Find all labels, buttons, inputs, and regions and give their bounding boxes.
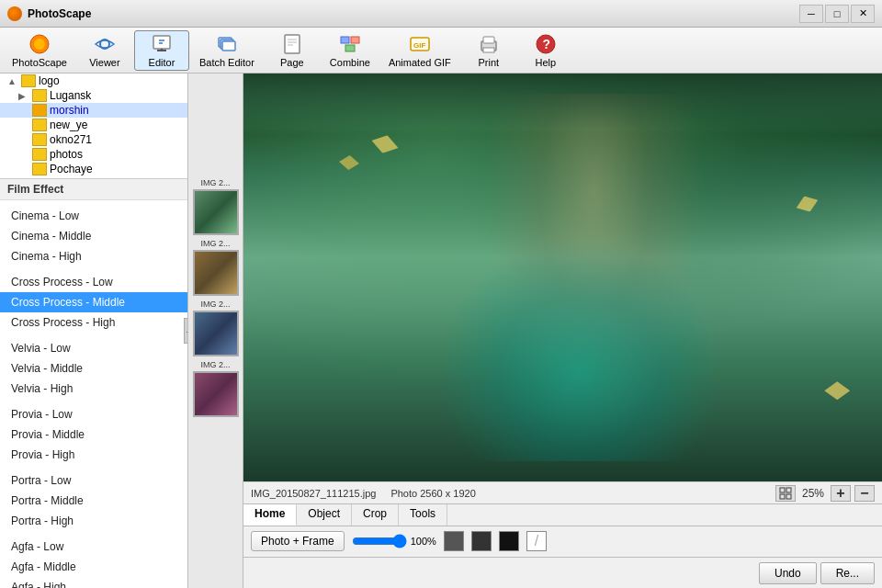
toolbar-gif[interactable]: GIF Animated GIF — [380, 30, 459, 71]
viewer-icon — [94, 33, 116, 55]
close-button[interactable]: ✕ — [851, 5, 875, 23]
effect-cinema-low[interactable]: Cinema - Low — [0, 206, 187, 226]
svg-rect-3 — [153, 36, 170, 49]
svg-rect-12 — [351, 37, 359, 43]
effect-velvia-high[interactable]: Velvia - High — [0, 379, 187, 399]
title-bar: PhotoScape ─ □ ✕ — [0, 0, 882, 28]
minimize-button[interactable]: ─ — [799, 5, 823, 23]
window-controls: ─ □ ✕ — [799, 5, 875, 23]
bottom-actions: Undo Re... — [243, 557, 882, 588]
effect-provia-high[interactable]: Provia - High — [0, 445, 187, 465]
tools-bar: Home Object Crop Tools Photo + Frame 100… — [243, 503, 882, 557]
tree-label-morshin: morshin — [50, 104, 89, 117]
tree-item-morshin[interactable]: ▶ morshin — [0, 103, 187, 118]
tree-item-okno[interactable]: ▶ okno271 — [0, 132, 187, 147]
thumbnail-strip: IMG 2... IMG 2... IMG 2... IMG 2... — [188, 74, 243, 588]
color-swatch-dark2[interactable] — [471, 531, 492, 551]
left-panel: ▲ logo ▶ Lugansk ▶ morshin ▶ new_ye ▶ — [0, 74, 188, 588]
tree-item-pochaye[interactable]: ▶ Pochaye — [0, 162, 187, 176]
toolbar-batch[interactable]: Batch Editor — [191, 30, 263, 71]
batch-icon — [216, 33, 238, 55]
effect-agfa-middle[interactable]: Agfa - Middle — [0, 557, 187, 577]
tools-content: Photo + Frame 100% — [243, 526, 882, 557]
help-icon: ? — [535, 33, 557, 55]
opacity-slider[interactable] — [352, 536, 407, 547]
folder-icon — [32, 163, 47, 175]
effect-velvia-low[interactable]: Velvia - Low — [0, 338, 187, 358]
maximize-button[interactable]: □ — [825, 5, 849, 23]
tree-label-pochaye: Pochaye — [50, 163, 93, 175]
toolbar-editor[interactable]: Editor — [134, 30, 189, 71]
toolbar-help[interactable]: ? Help — [518, 30, 573, 71]
opacity-control: 100% — [352, 536, 436, 547]
zoom-in-button[interactable]: + — [831, 485, 851, 502]
tree-item-photos[interactable]: ▶ photos — [0, 147, 187, 162]
combine-icon — [339, 33, 361, 55]
thumb-label-4: IMG 2... — [193, 360, 239, 369]
thumbnail-2[interactable] — [193, 250, 239, 296]
effect-agfa-low[interactable]: Agfa - Low — [0, 537, 187, 557]
effect-cross-low[interactable]: Cross Process - Low — [0, 272, 187, 292]
thumbnail-1[interactable] — [193, 189, 239, 235]
thumbnail-3[interactable] — [193, 311, 239, 356]
color-swatch-dark1[interactable] — [444, 531, 464, 551]
effect-velvia-middle[interactable]: Velvia - Middle — [0, 358, 187, 379]
zoom-controls: 25% + − — [775, 485, 875, 502]
title-left: PhotoScape — [7, 6, 91, 21]
expand-icon: ▶ — [18, 91, 29, 101]
color-swatch-dark3[interactable] — [499, 531, 519, 551]
tree-label-new-ye: new_ye — [50, 119, 87, 131]
tree-item-logo[interactable]: ▲ logo — [0, 74, 187, 88]
toolbar-help-label: Help — [535, 57, 556, 68]
tab-home[interactable]: Home — [243, 504, 297, 526]
editor-icon — [151, 33, 173, 55]
folder-icon — [32, 89, 47, 102]
opacity-value: 100% — [411, 536, 436, 547]
svg-rect-18 — [483, 48, 494, 52]
effect-cross-middle[interactable]: Cross Process - Middle — [0, 292, 187, 312]
tab-tools[interactable]: Tools — [399, 504, 447, 526]
redo-button[interactable]: Re... — [820, 562, 875, 584]
main-content: ▲ logo ▶ Lugansk ▶ morshin ▶ new_ye ▶ — [0, 74, 882, 588]
effect-portra-middle[interactable]: Portra - Middle — [0, 491, 187, 511]
photo-frame-button[interactable]: Photo + Frame — [251, 531, 345, 551]
toolbar: PhotoScape Viewer Editor Batch Editor Pa… — [0, 28, 882, 74]
effect-provia-middle[interactable]: Provia - Middle — [0, 424, 187, 445]
svg-point-1 — [34, 39, 45, 50]
undo-button[interactable]: Undo — [759, 562, 817, 584]
toolbar-photoscape[interactable]: PhotoScape — [4, 30, 75, 71]
effect-cinema-middle[interactable]: Cinema - Middle — [0, 226, 187, 246]
tree-label-photos: photos — [50, 148, 83, 161]
tools-tabs: Home Object Crop Tools — [243, 504, 882, 526]
toolbar-batch-label: Batch Editor — [199, 57, 254, 68]
toolbar-print[interactable]: Print — [461, 30, 516, 71]
thumbnail-4[interactable] — [193, 371, 239, 417]
tab-object[interactable]: Object — [297, 504, 352, 526]
zoom-fit-button[interactable] — [775, 485, 796, 502]
svg-rect-17 — [483, 37, 494, 43]
svg-rect-24 — [786, 494, 791, 499]
toolbar-viewer[interactable]: Viewer — [77, 30, 132, 71]
toolbar-combine[interactable]: Combine — [322, 30, 379, 71]
tree-item-new-ye[interactable]: ▶ new_ye — [0, 118, 187, 132]
effect-portra-low[interactable]: Portra - Low — [0, 470, 187, 491]
effect-cinema-high[interactable]: Cinema - High — [0, 246, 187, 266]
toolbar-gif-label: Animated GIF — [389, 57, 451, 68]
effect-panel: Film Effect Cinema - Low Cinema - Middle… — [0, 179, 187, 588]
collapse-panel-button[interactable]: ◀ — [184, 318, 188, 344]
tree-item-lugansk[interactable]: ▶ Lugansk — [0, 88, 187, 103]
effect-cross-high[interactable]: Cross Process - High — [0, 312, 187, 333]
effect-provia-low[interactable]: Provia - Low — [0, 404, 187, 424]
color-swatch-white[interactable] — [526, 531, 547, 551]
tree-label-logo: logo — [39, 74, 60, 87]
zoom-level: 25% — [799, 487, 827, 500]
toolbar-page-label: Page — [280, 57, 304, 68]
folder-icon — [32, 133, 47, 146]
toolbar-page[interactable]: Page — [265, 30, 320, 71]
file-tree: ▲ logo ▶ Lugansk ▶ morshin ▶ new_ye ▶ — [0, 74, 187, 179]
effect-portra-high[interactable]: Portra - High — [0, 511, 187, 531]
effect-agfa-high[interactable]: Agfa - High — [0, 577, 187, 588]
svg-text:?: ? — [542, 37, 550, 51]
zoom-out-button[interactable]: − — [854, 485, 875, 502]
tab-crop[interactable]: Crop — [352, 504, 399, 526]
